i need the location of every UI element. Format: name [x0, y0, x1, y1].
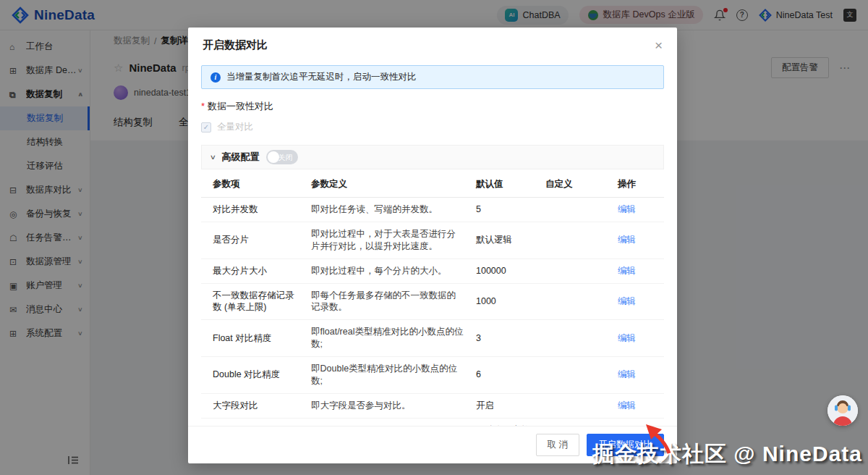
param-table-header: 操作 — [612, 172, 664, 198]
param-custom-cell — [540, 418, 612, 426]
annotation-arrow-icon — [644, 423, 678, 459]
required-field-label: *数据一致性对比 — [201, 100, 664, 113]
edit-link[interactable]: 编辑 — [618, 235, 636, 245]
param-action-cell: 编辑 — [612, 222, 664, 258]
modal-body: i 当增量复制首次追平无延迟时，启动一致性对比 *数据一致性对比 ✓ 全量对比 … — [188, 59, 677, 426]
table-row: 字符串空格处理策略字符串前后空格的对比策略。移除右侧空格后对比编辑 — [201, 418, 664, 426]
param-name-cell: 字符串空格处理策略 — [201, 418, 305, 426]
param-custom-cell — [540, 320, 612, 357]
edit-link[interactable]: 编辑 — [618, 400, 636, 411]
param-action-cell: 编辑 — [612, 357, 664, 394]
advanced-config-bar[interactable]: ∨ 高级配置 关闭 — [201, 145, 664, 169]
param-definition-cell: 即float/real类型精准对比的小数点的位数; — [305, 320, 470, 357]
advanced-toggle[interactable]: 关闭 — [266, 150, 298, 164]
edit-link[interactable]: 编辑 — [618, 369, 636, 379]
param-action-cell: 编辑 — [612, 393, 664, 418]
param-definition-cell: 字符串前后空格的对比策略。 — [305, 418, 470, 426]
param-default-cell: 3 — [470, 320, 540, 357]
table-row: 对比并发数即对比任务读、写端的并发数。5编辑 — [201, 198, 664, 222]
edit-link[interactable]: 编辑 — [618, 296, 636, 306]
cancel-button[interactable]: 取 消 — [536, 434, 579, 456]
param-default-cell: 默认逻辑 — [470, 222, 540, 258]
param-default-cell: 5 — [470, 198, 540, 222]
edit-link[interactable]: 编辑 — [618, 333, 636, 343]
support-person-icon — [827, 395, 858, 426]
param-default-cell: 100000 — [470, 258, 540, 283]
param-name-cell: 是否分片 — [201, 222, 305, 258]
info-banner: i 当增量复制首次追平无延迟时，启动一致性对比 — [201, 65, 664, 89]
param-table-body: 对比并发数即对比任务读、写端的并发数。5编辑是否分片即对比过程中，对于大表是否进… — [201, 198, 664, 426]
param-name-cell: 不一致数据存储记录数 (单表上限) — [201, 283, 305, 320]
modal-header: 开启数据对比 × — [188, 28, 677, 59]
param-name-cell: 大字段对比 — [201, 393, 305, 418]
param-custom-cell — [540, 258, 612, 283]
open-data-compare-modal: 开启数据对比 × i 当增量复制首次追平无延迟时，启动一致性对比 *数据一致性对… — [188, 28, 677, 463]
param-table-header: 自定义 — [540, 172, 612, 198]
full-compare-row: ✓ 全量对比 — [201, 121, 664, 133]
param-definition-cell: 即Double类型精准对比的小数点的位数; — [305, 357, 470, 394]
param-custom-cell — [540, 198, 612, 222]
param-default-cell: 6 — [470, 357, 540, 394]
support-avatar-button[interactable] — [827, 395, 858, 426]
param-action-cell: 编辑 — [612, 283, 664, 320]
close-icon[interactable]: × — [655, 38, 663, 52]
param-custom-cell — [540, 357, 612, 394]
modal-title: 开启数据对比 — [203, 38, 268, 52]
full-compare-checkbox[interactable]: ✓ — [201, 122, 211, 133]
param-table-header: 默认值 — [470, 172, 540, 198]
param-table-header: 参数项 — [201, 172, 305, 198]
table-row: Float 对比精度即float/real类型精准对比的小数点的位数;3编辑 — [201, 320, 664, 357]
table-row: 大字段对比即大字段是否参与对比。开启编辑 — [201, 393, 664, 418]
param-table-header-row: 参数项参数定义默认值自定义操作 — [201, 172, 664, 198]
param-table: 参数项参数定义默认值自定义操作 对比并发数即对比任务读、写端的并发数。5编辑是否… — [201, 172, 664, 426]
param-custom-cell — [540, 222, 612, 258]
table-row: 不一致数据存储记录数 (单表上限)即每个任务最多存储的不一致数据的记录数。100… — [201, 283, 664, 320]
edit-link[interactable]: 编辑 — [618, 266, 636, 276]
param-definition-cell: 即大字段是否参与对比。 — [305, 393, 470, 418]
info-icon: i — [210, 72, 221, 83]
chevron-down-icon: ∨ — [210, 154, 216, 161]
param-definition-cell: 即对比过程中，对于大表是否进行分片并行对比，以提升对比速度。 — [305, 222, 470, 258]
table-row: 是否分片即对比过程中，对于大表是否进行分片并行对比，以提升对比速度。默认逻辑编辑 — [201, 222, 664, 258]
param-definition-cell: 即每个任务最多存储的不一致数据的记录数。 — [305, 283, 470, 320]
param-custom-cell — [540, 283, 612, 320]
param-name-cell: 最大分片大小 — [201, 258, 305, 283]
required-asterisk: * — [201, 101, 205, 112]
param-name-cell: Double 对比精度 — [201, 357, 305, 394]
toggle-state-label: 关闭 — [278, 153, 293, 163]
param-name-cell: Float 对比精度 — [201, 320, 305, 357]
table-row: Double 对比精度即Double类型精准对比的小数点的位数;6编辑 — [201, 357, 664, 394]
param-definition-cell: 即对比任务读、写端的并发数。 — [305, 198, 470, 222]
advanced-config-label: 高级配置 — [222, 151, 260, 164]
full-compare-label: 全量对比 — [217, 121, 253, 133]
param-action-cell: 编辑 — [612, 198, 664, 222]
param-action-cell: 编辑 — [612, 320, 664, 357]
toggle-knob — [268, 151, 279, 163]
edit-link[interactable]: 编辑 — [618, 204, 636, 214]
param-default-cell: 1000 — [470, 283, 540, 320]
param-action-cell: 编辑 — [612, 258, 664, 283]
info-banner-text: 当增量复制首次追平无延迟时，启动一致性对比 — [226, 71, 417, 83]
table-row: 最大分片大小即对比过程中，每个分片的大小。100000编辑 — [201, 258, 664, 283]
param-custom-cell — [540, 393, 612, 418]
watermark: 掘金技术社区 @ NineData — [592, 440, 862, 469]
param-default-cell: 开启 — [470, 393, 540, 418]
param-name-cell: 对比并发数 — [201, 198, 305, 222]
param-default-cell: 移除右侧空格后对比 — [470, 418, 540, 426]
param-table-header: 参数定义 — [305, 172, 470, 198]
param-definition-cell: 即对比过程中，每个分片的大小。 — [305, 258, 470, 283]
